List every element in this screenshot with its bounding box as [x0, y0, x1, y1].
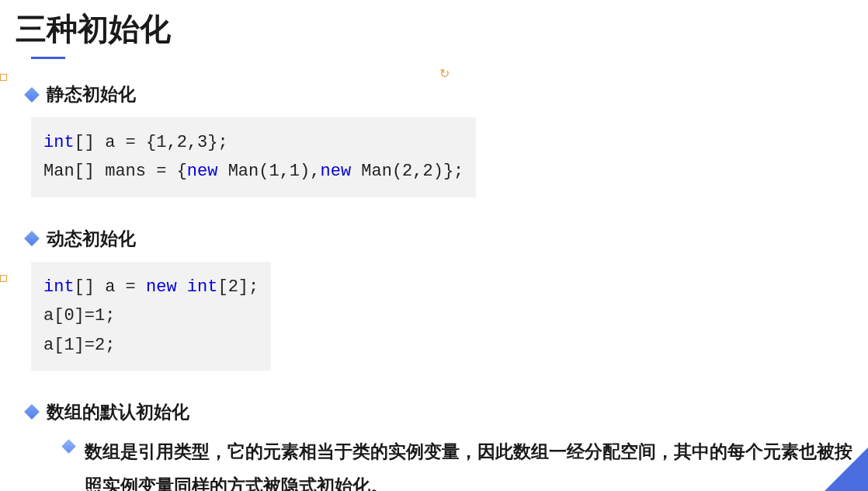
section-header: 静态初始化	[26, 82, 852, 106]
slide-content: 三种初始化 ↻ 静态初始化 int[] a = {1,2,3}; Man[] m…	[0, 0, 868, 491]
diamond-bullet-icon	[61, 439, 75, 453]
code-line: a[1]=2;	[43, 331, 259, 360]
code-keyword: int	[187, 277, 218, 297]
code-line: int[] a = {1,2,3};	[43, 128, 464, 157]
code-keyword: new	[146, 277, 177, 297]
section-header: 动态初始化	[26, 227, 852, 251]
code-line: a[0]=1;	[43, 301, 259, 330]
section-static-init: 静态初始化 int[] a = {1,2,3}; Man[] mans = {n…	[26, 82, 852, 211]
section-header: 数组的默认初始化	[26, 400, 852, 424]
code-keyword: int	[43, 277, 75, 297]
diamond-bullet-icon	[24, 231, 40, 246]
diamond-bullet-icon	[24, 87, 40, 103]
rotate-handle-icon[interactable]: ↻	[439, 66, 450, 81]
title-underline	[31, 57, 65, 59]
code-block-dynamic: int[] a = new int[2]; a[0]=1; a[1]=2;	[31, 262, 271, 371]
diamond-bullet-icon	[24, 405, 40, 420]
code-block-static: int[] a = {1,2,3}; Man[] mans = {new Man…	[31, 117, 476, 197]
selection-handle-left-top[interactable]	[0, 74, 7, 81]
section-title: 动态初始化	[47, 227, 136, 251]
selection-handle-left-mid[interactable]	[0, 275, 7, 282]
code-keyword: new	[187, 162, 218, 181]
sub-bullet-text: 数组是引用类型，它的元素相当于类的实例变量，因此数组一经分配空间，其中的每个元素…	[85, 435, 852, 491]
section-title: 数组的默认初始化	[47, 400, 189, 424]
corner-decoration	[825, 447, 868, 491]
code-keyword: int	[43, 133, 75, 152]
section-default-init: 数组的默认初始化 数组是引用类型，它的元素相当于类的实例变量，因此数组一经分配空…	[26, 400, 852, 491]
slide-title: 三种初始化	[16, 8, 852, 50]
section-dynamic-init: 动态初始化 int[] a = new int[2]; a[0]=1; a[1]…	[26, 227, 852, 385]
code-line: Man[] mans = {new Man(1,1),new Man(2,2)}…	[43, 157, 464, 186]
code-keyword: new	[320, 162, 351, 181]
code-line: int[] a = new int[2];	[43, 273, 259, 301]
section-title: 静态初始化	[47, 82, 136, 106]
sub-bullet-item: 数组是引用类型，它的元素相当于类的实例变量，因此数组一经分配空间，其中的每个元素…	[64, 435, 852, 491]
